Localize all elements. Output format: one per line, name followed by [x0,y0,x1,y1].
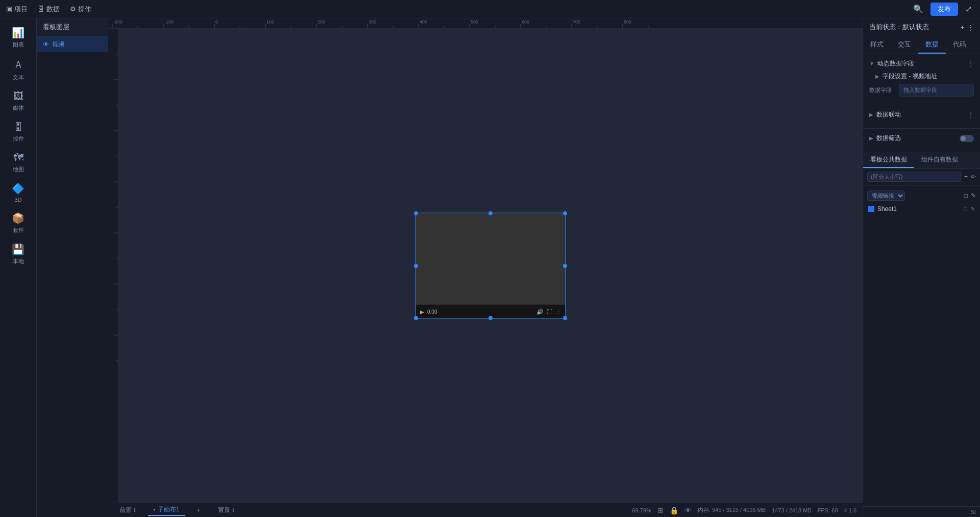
sidebar-item-suite[interactable]: 📦 套件 [3,208,34,238]
edit-data-icon[interactable]: ✏ [971,173,976,180]
view-icon[interactable]: 👁 [684,506,692,514]
publish-button[interactable]: 发布 [930,3,958,16]
drag-zone[interactable]: 拖入数据字段 [899,84,974,97]
resize-handle-bm[interactable] [488,316,493,320]
data-icon: 🗄 [38,5,44,13]
suite-icon: 📦 [12,212,24,224]
resize-handle-bl[interactable] [414,316,418,320]
video-time: 0:00 [427,309,437,314]
layer-item-video[interactable]: 👁 视频 [37,36,108,52]
layer-panel: 看板图层 👁 视频 [37,18,108,517]
tab-code[interactable]: 代码 [946,36,973,54]
tab-data[interactable]: 数据 [918,36,946,54]
top-bar-right: 🔍 发布 ⤢ [911,3,974,16]
sidebar-item-media[interactable]: 🖼 媒体 [3,86,34,116]
right-panel: 当前状态：默认状态 + ⋮ 样式 交互 数据 代码 ▼ 动态数据字段 ⋮ ▶ [863,18,980,517]
tab-add[interactable]: + [192,506,206,515]
state-bar: 当前状态：默认状态 + ⋮ [863,18,980,36]
zoom-percentage: 69.79% [632,507,651,513]
svg-text:0: 0 [215,19,218,25]
resize-handle-tm[interactable] [488,212,493,216]
more-state-icon[interactable]: ⋮ [967,24,974,31]
list-item-sheet1[interactable]: Sheet1 □ ✎ [863,203,980,215]
canvas-viewport[interactable]: ▶ 0:00 🔊 ⛶ ⋮ [118,29,863,503]
resize-handle-br[interactable] [563,316,567,320]
background-info-icon: ℹ [232,507,234,513]
svg-text:600: 600 [522,19,529,25]
svg-text:200: 200 [317,19,325,25]
sheet1-icon: □ [964,206,967,212]
edit-column-icon[interactable]: ✎ [971,192,976,199]
tab-subcanvas[interactable]: ● 子画布1 [148,504,185,516]
fullscreen-icon[interactable]: ⛶ [547,308,552,315]
operations-menu[interactable]: ⚙ 操作 [70,5,91,14]
video-play-button[interactable]: ▶ [420,309,424,314]
sheet1-checkbox[interactable] [868,206,874,212]
chart-icon: 📊 [12,27,24,39]
chevron-down-icon: ▼ [869,61,874,66]
fps-info: FPS: 60 [818,507,838,513]
sidebar-item-control[interactable]: 🎛 控件 [3,117,34,147]
linkage-header: ▶ 数据联动 ⋮ [869,110,974,119]
tab-component-data[interactable]: 组件自有数据 [914,152,965,168]
tab-interaction[interactable]: 交互 [891,36,918,54]
sidebar-item-local[interactable]: 💾 本地 [3,239,34,269]
add-data-icon[interactable]: + [964,173,968,180]
resize-handle-mr[interactable] [563,264,567,268]
sidebar-item-text[interactable]: Ａ 文本 [3,54,34,85]
sheet1-edit-icon: ✎ [970,206,975,213]
data-list: 视频链接 □ ✎ Sheet1 □ ✎ [863,185,980,506]
map-icon: 🗺 [13,152,23,163]
resize-handle-tr[interactable] [563,212,567,216]
data-search-input[interactable] [867,172,961,182]
resolution-info: 1473 / 2418 MB [772,507,812,513]
svg-text:-100: -100 [164,19,174,25]
sidebar-item-map[interactable]: 🗺 地图 [3,148,34,177]
svg-text:400: 400 [420,19,427,25]
data-bottom: 看板公共数据 组件自有数据 + ✏ 视频链接 □ ✎ [863,152,980,517]
filter-toggle[interactable] [960,135,974,142]
ruler-top: -200 -100 0 100 200 300 400 500 600 700 … [108,18,863,29]
more-options-icon[interactable]: ⋮ [968,60,974,67]
media-icon: 🖼 [13,90,23,102]
linkage-options-icon[interactable]: ⋮ [968,111,974,119]
svg-text:500: 500 [471,19,478,25]
resize-handle-tl[interactable] [414,212,418,216]
tab-public-data[interactable]: 看板公共数据 [863,152,914,168]
data-type-selector[interactable]: 视频链接 [867,191,905,201]
data-bottom-right: St [863,506,980,517]
operations-icon: ⚙ [70,5,76,13]
data-tabs: 看板公共数据 组件自有数据 [863,152,980,169]
left-sidebar: 📊 图表 Ａ 文本 🖼 媒体 🎛 控件 🗺 地图 🔷 3D 📦 套件 💾 [0,18,37,517]
expand-icon[interactable]: ⤢ [963,3,974,15]
resize-handle-ml[interactable] [414,264,418,268]
state-label: 当前状态：默认状态 [869,22,929,32]
svg-text:800: 800 [624,19,631,25]
video-widget[interactable]: ▶ 0:00 🔊 ⛶ ⋮ [415,213,566,319]
dynamic-data-header: ▼ 动态数据字段 ⋮ [869,59,974,68]
sidebar-item-chart[interactable]: 📊 图表 [3,22,34,53]
data-list-header: 视频链接 □ ✎ [863,189,980,203]
more-icon[interactable]: ⋮ [555,308,561,315]
control-icon: 🎛 [13,121,23,133]
tab-foreground[interactable]: 前景 ℹ [114,505,141,515]
data-linkage-section: ▶ 数据联动 ⋮ [863,105,980,129]
tab-style[interactable]: 样式 [863,36,891,54]
field-label: 数据字段 [869,86,895,94]
chevron-right-icon: ▶ [875,74,879,79]
sidebar-item-3d[interactable]: 🔷 3D [3,178,34,207]
search-icon[interactable]: 🔍 [911,3,925,15]
project-icon: ▣ [6,5,12,13]
tab-background[interactable]: 背景 ℹ [213,505,239,515]
canvas-with-ruler: -100 0 100 200 300 ▶ [108,29,863,503]
checkbox-all-icon[interactable]: □ [964,192,968,199]
svg-text:100: 100 [266,19,274,25]
add-state-button[interactable]: + [960,24,964,31]
volume-icon[interactable]: 🔊 [536,308,544,315]
top-bar: ▣ 项目 🗄 数据 ⚙ 操作 🔍 发布 ⤢ [0,0,980,18]
grid-icon[interactable]: ⊞ [657,506,664,514]
canvas-area: -200 -100 0 100 200 300 400 500 600 700 … [108,18,863,517]
lock-icon[interactable]: 🔒 [670,506,678,514]
project-menu[interactable]: ▣ 项目 [6,5,28,14]
data-menu[interactable]: 🗄 数据 [38,5,60,14]
